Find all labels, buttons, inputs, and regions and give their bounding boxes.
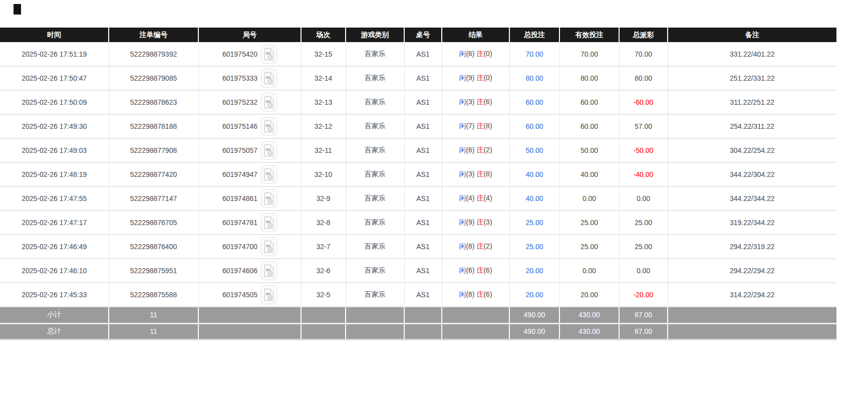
total-bet-link[interactable]: 80.00	[525, 74, 543, 82]
column-header-valid-bet: 有效投注	[559, 28, 619, 42]
bet-records-page: 时间 注单编号 局号 场次 游戏类别 桌号 结果 总投注 有效投注 总派彩 备注…	[0, 0, 868, 402]
video-replay-button[interactable]	[261, 141, 277, 160]
cell-total-bet: 60.00	[509, 114, 559, 138]
video-replay-button[interactable]	[261, 285, 277, 304]
cell-table-number: AS1	[404, 138, 442, 162]
total-bet-link[interactable]: 40.00	[525, 170, 543, 178]
total-row: 总计 11 490.00 430.00 87.00	[0, 323, 836, 339]
total-empty-game-type	[346, 323, 404, 339]
video-replay-icon	[264, 96, 274, 109]
result-player-score: (6)	[466, 50, 474, 58]
cell-bet-number: 522298875588	[109, 283, 198, 307]
cell-round-number: 601974861	[198, 186, 301, 211]
cell-total-bet: 25.00	[509, 235, 559, 259]
cell-remark: 344.22/304.22	[668, 162, 836, 186]
cell-session: 32-15	[301, 42, 346, 66]
cell-result: 闲(6) 庄(6)	[442, 259, 509, 283]
cell-remark: 251.22/331.22	[668, 66, 836, 90]
cell-result: 闲(6) 庄(0)	[442, 42, 509, 66]
cell-payout: 70.00	[619, 42, 668, 66]
cell-round-number: 601974606	[198, 259, 301, 283]
round-number: 601974781	[222, 219, 257, 227]
cell-round-number: 601974781	[198, 211, 301, 235]
result-player-label: 闲	[459, 194, 466, 202]
subtotal-row: 小计 11 490.00 430.00 87.00	[0, 307, 836, 323]
video-replay-button[interactable]	[261, 117, 277, 136]
subtotal-empty-game-type	[346, 307, 404, 323]
result-player-score: (3)	[466, 170, 474, 178]
cell-game-type: 百家乐	[346, 186, 404, 211]
cell-result: 闲(4) 庄(4)	[442, 186, 509, 211]
table-row: 2025-02-26 17:47:55 522298877147 6019748…	[0, 186, 836, 211]
total-bet-link[interactable]: 70.00	[525, 50, 543, 58]
round-number: 601975232	[222, 98, 257, 106]
cell-result: 闲(3) 庄(8)	[442, 162, 509, 186]
video-replay-button[interactable]	[261, 93, 277, 112]
total-bet-link[interactable]: 20.00	[525, 267, 543, 275]
cell-bet-number: 522298877147	[109, 186, 198, 211]
result-banker-score: (0)	[483, 74, 492, 82]
result-banker-score: (0)	[483, 50, 492, 58]
video-replay-icon	[264, 192, 274, 205]
cell-session: 32-6	[301, 259, 346, 283]
video-replay-icon	[264, 72, 274, 85]
result-banker-score: (6)	[483, 266, 492, 274]
total-bet-link[interactable]: 40.00	[525, 194, 543, 203]
cell-round-number: 601974505	[198, 283, 301, 307]
result-banker-score: (6)	[483, 98, 492, 106]
result-player-label: 闲	[459, 146, 466, 154]
total-bet-link[interactable]: 20.00	[525, 291, 543, 299]
video-replay-button[interactable]	[261, 69, 277, 88]
round-number: 601975057	[222, 146, 257, 154]
video-replay-button[interactable]	[261, 237, 277, 256]
total-bet-link[interactable]: 50.00	[525, 146, 543, 154]
column-header-payout: 总派彩	[619, 28, 668, 42]
total-bet-link[interactable]: 60.00	[525, 98, 543, 106]
cell-round-number: 601974947	[198, 162, 301, 186]
total-label: 总计	[0, 323, 109, 339]
cell-game-type: 百家乐	[346, 90, 404, 114]
result-player-score: (6)	[466, 266, 474, 274]
video-replay-icon	[264, 144, 274, 157]
cell-result: 闲(6) 庄(2)	[442, 138, 509, 162]
video-replay-button[interactable]	[261, 189, 277, 208]
subtotal-empty-table	[404, 307, 442, 323]
column-header-session: 场次	[301, 28, 346, 42]
cell-bet-number: 522298876705	[109, 211, 198, 235]
total-bet-link[interactable]: 60.00	[525, 122, 543, 130]
video-replay-icon	[264, 48, 274, 61]
video-replay-button[interactable]	[261, 45, 277, 64]
cell-payout: 0.00	[619, 186, 668, 211]
result-player-score: (8)	[466, 290, 474, 298]
cell-game-type: 百家乐	[346, 235, 404, 259]
round-number: 601974700	[222, 243, 257, 251]
total-empty-table	[404, 323, 442, 339]
cell-table-number: AS1	[404, 90, 442, 114]
video-replay-button[interactable]	[261, 261, 277, 280]
table-row: 2025-02-26 17:47:17 522298876705 6019747…	[0, 211, 836, 235]
cell-remark: 314.22/294.22	[668, 283, 836, 307]
result-banker-label: 庄	[476, 194, 483, 202]
total-empty-remark	[668, 323, 836, 339]
video-replay-button[interactable]	[261, 165, 277, 184]
cell-session: 32-12	[301, 114, 346, 138]
cell-remark: 331.22/401.22	[668, 42, 836, 66]
result-banker-label: 庄	[476, 242, 483, 250]
total-bet-link[interactable]: 25.00	[525, 219, 543, 227]
total-valid-bet: 430.00	[559, 323, 619, 339]
total-empty-result	[442, 323, 509, 339]
result-banker-score: (8)	[483, 122, 492, 130]
total-bet-link[interactable]: 25.00	[525, 243, 543, 251]
cell-total-bet: 80.00	[509, 66, 559, 90]
cell-game-type: 百家乐	[346, 42, 404, 66]
table-row: 2025-02-26 17:49:03 522298877908 6019750…	[0, 138, 836, 162]
table-footer: 小计 11 490.00 430.00 87.00 总计 11	[0, 307, 836, 339]
video-replay-icon	[264, 264, 274, 277]
video-replay-button[interactable]	[261, 213, 277, 232]
cell-result: 闲(3) 庄(6)	[442, 90, 509, 114]
cell-game-type: 百家乐	[346, 283, 404, 307]
result-banker-label: 庄	[476, 122, 483, 130]
result-player-score: (9)	[466, 74, 474, 82]
cell-table-number: AS1	[404, 211, 442, 235]
cell-round-number: 601975333	[198, 66, 301, 90]
